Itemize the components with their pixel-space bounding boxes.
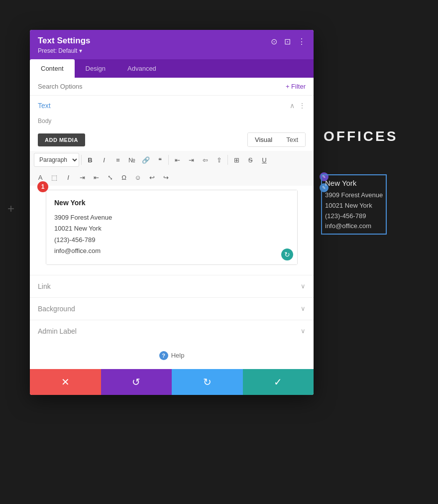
link-label: Link (38, 282, 51, 290)
collapse-icon[interactable]: ∧ (290, 102, 295, 110)
indent-left-btn[interactable]: ⇤ (90, 171, 103, 184)
admin-label-section[interactable]: Admin Label ∨ (30, 320, 314, 342)
admin-label: Admin Label (38, 327, 77, 335)
add-media-button[interactable]: ADD MEDIA (38, 133, 85, 146)
editor-email: info@office.com (54, 246, 289, 256)
right-city: New York (325, 177, 383, 189)
toolbar-row-1: Paragraph B I ≡ № 🔗 ❝ ⇤ ⇥ ⇦ ⇧ ⊞ S U (30, 151, 314, 169)
toolbar-divider-1 (81, 155, 82, 165)
add-media-row: ADD MEDIA Visual Text (30, 128, 314, 151)
plus-add-icon[interactable]: + (7, 202, 14, 216)
editor-content[interactable]: New York 3909 Forest Avenue 10021 New Yo… (46, 190, 297, 264)
tab-advanced[interactable]: Advanced (116, 59, 167, 78)
redo-btn[interactable]: ↪ (159, 171, 172, 184)
text-toggle-btn[interactable]: Text (279, 133, 305, 146)
table-btn[interactable]: ⊞ (230, 153, 243, 166)
tab-bar: Content Design Advanced (30, 59, 314, 78)
right-panel-address: New York 3909 Forest Avenue 10021 New Yo… (321, 174, 387, 235)
text-section-icons: ∧ ⋮ (290, 102, 306, 110)
unordered-list-btn[interactable]: ≡ (111, 153, 124, 166)
toolbar-divider-2 (168, 155, 169, 165)
filter-button[interactable]: + Filter (286, 83, 306, 90)
right-email: info@office.com (325, 221, 383, 232)
background-section[interactable]: Background ∨ (30, 297, 314, 320)
editor-city-title: New York (54, 197, 289, 208)
search-input[interactable] (38, 83, 282, 90)
settings-panel: Text Settings Preset: Default ▾ ⊙ ⊡ ⋮ Co… (30, 30, 314, 395)
tab-design[interactable]: Design (75, 59, 116, 78)
tab-content[interactable]: Content (30, 59, 75, 78)
teal-loading-icon: ↻ (281, 249, 293, 260)
footer-buttons: ✕ ↺ ↻ ✓ (30, 369, 314, 395)
step-badge: 1 (37, 181, 48, 192)
more-icon[interactable]: ⋮ (298, 37, 306, 46)
visual-toggle-btn[interactable]: Visual (248, 133, 279, 146)
editor-wrapper: 1 New York 3909 Forest Avenue 10021 New … (46, 190, 298, 265)
toolbar-divider-3 (227, 155, 228, 165)
editor-phone: (123)-456-789 (54, 235, 289, 246)
align-justify-btn[interactable]: ⇧ (213, 153, 225, 166)
undo-footer-button[interactable]: ↺ (101, 369, 172, 395)
cancel-button[interactable]: ✕ (30, 369, 101, 395)
align-left-btn[interactable]: ⇤ (171, 153, 184, 166)
redo-footer-button[interactable]: ↻ (172, 369, 243, 395)
emoji-btn[interactable]: ☺ (131, 171, 144, 184)
link-chevron: ∨ (301, 282, 306, 290)
layout-icon[interactable]: ⊡ (284, 37, 291, 46)
help-label[interactable]: Help (171, 352, 185, 359)
background-chevron: ∨ (301, 305, 306, 312)
help-icon[interactable]: ? (159, 351, 168, 360)
admin-label-chevron: ∨ (301, 327, 306, 335)
panel-preset[interactable]: Preset: Default ▾ (38, 47, 90, 54)
background-label: Background (38, 305, 75, 313)
visual-text-toggle: Visual Text (247, 132, 306, 147)
align-right-btn[interactable]: ⇦ (199, 153, 212, 166)
editor-zip: 10021 New York (54, 223, 289, 234)
text-section-header[interactable]: Text ∧ ⋮ (30, 96, 314, 116)
ordered-list-btn[interactable]: № (125, 153, 138, 166)
underline-btn[interactable]: U (258, 153, 271, 166)
tb-extra-btn1[interactable]: ⬚ (48, 171, 61, 184)
toolbar-row-2: A ⬚ I ⇥ ⇤ ⤡ Ω ☺ ↩ ↪ (30, 169, 314, 186)
preview-icon[interactable]: ⊙ (271, 37, 277, 46)
paragraph-select[interactable]: Paragraph (34, 153, 79, 167)
omega-btn[interactable]: Ω (117, 171, 130, 184)
strikethrough-btn[interactable]: S (244, 153, 257, 166)
indent-right-btn[interactable]: ⇥ (76, 171, 89, 184)
panel-header: Text Settings Preset: Default ▾ ⊙ ⊡ ⋮ (30, 30, 314, 59)
bold-btn[interactable]: B (84, 153, 97, 166)
save-button[interactable]: ✓ (243, 369, 314, 395)
quote-btn[interactable]: ❝ (153, 153, 166, 166)
offices-heading: OFFICES (324, 128, 398, 144)
expand-btn[interactable]: ⤡ (104, 171, 116, 184)
link-btn[interactable]: 🔗 (139, 153, 152, 166)
right-zip-city: 10021 New York (325, 201, 383, 211)
right-phone: (123)-456-789 (325, 211, 383, 222)
italic-btn[interactable]: I (98, 153, 110, 166)
right-address: 3909 Forest Avenue (325, 190, 383, 201)
editor-address: 3909 Forest Avenue (54, 212, 289, 223)
panel-title: Text Settings (38, 36, 90, 46)
panel-header-left: Text Settings Preset: Default ▾ (38, 36, 90, 54)
body-label: Body (30, 116, 314, 128)
undo-btn[interactable]: ↩ (145, 171, 158, 184)
panel-header-icons: ⊙ ⊡ ⋮ (271, 37, 306, 46)
align-center-btn[interactable]: ⇥ (185, 153, 198, 166)
link-section[interactable]: Link ∨ (30, 275, 314, 297)
italic2-btn[interactable]: I (62, 171, 75, 184)
section-more-icon[interactable]: ⋮ (299, 102, 306, 110)
text-section-title: Text (38, 102, 51, 110)
search-bar: + Filter (30, 78, 314, 96)
help-row: ? Help (30, 342, 314, 369)
